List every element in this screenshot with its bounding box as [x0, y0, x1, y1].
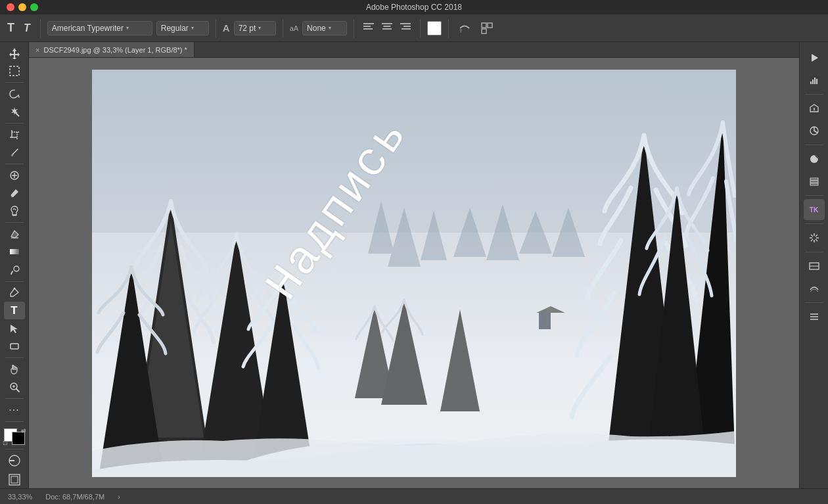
font-family-dropdown[interactable]: American Typewriter ▾ [47, 21, 152, 35]
close-button[interactable] [7, 3, 14, 11]
rpanel-play-btn[interactable] [804, 47, 825, 68]
tool-dodge[interactable] [4, 261, 25, 278]
divider-4 [354, 19, 354, 37]
antialiasing-dropdown[interactable]: None ▾ [302, 21, 347, 35]
align-left-btn[interactable] [361, 20, 377, 35]
tool-pen[interactable] [4, 284, 25, 301]
tool-sep-1 [5, 82, 24, 83]
tool-sep-7 [5, 398, 24, 399]
tool-path-select[interactable] [4, 320, 25, 337]
svg-rect-74 [810, 181, 818, 183]
tool-wand[interactable] [4, 103, 25, 120]
status-arrow[interactable]: › [118, 493, 120, 501]
color-wheel-icon [809, 126, 819, 136]
chevron-icon: ▾ [329, 25, 331, 31]
tool-eyedropper[interactable] [4, 144, 25, 161]
font-size-dropdown[interactable]: 72 pt ▾ [234, 21, 276, 35]
maximize-button[interactable] [30, 3, 38, 11]
rpanel-warp-btn[interactable] [804, 278, 825, 299]
right-panel: TK [799, 42, 828, 488]
tool-hand[interactable] [4, 361, 25, 378]
title-bar: Adobe Photoshop CC 2018 [0, 0, 828, 14]
align-right-btn[interactable] [398, 20, 413, 35]
rpanel-sparkle-btn[interactable] [804, 227, 825, 248]
screen-mode-icon [9, 474, 20, 486]
tool-sep-9 [5, 449, 24, 449]
document-tab[interactable]: × DSCF2949.jpg @ 33,3% (Layer 1, RGB/8*)… [29, 42, 195, 57]
svg-rect-14 [10, 66, 19, 76]
svg-rect-10 [482, 23, 486, 28]
tool-gradient[interactable] [4, 243, 25, 260]
chevron-icon: ▾ [191, 25, 194, 31]
rpanel-info-btn[interactable] [804, 98, 825, 119]
main-layout: T [0, 42, 828, 488]
rpanel-detail-btn[interactable] [804, 256, 825, 277]
tool-eraser[interactable] [4, 225, 25, 242]
svg-point-29 [14, 266, 19, 271]
tool-crop[interactable] [4, 126, 25, 143]
tool-sep-8 [5, 421, 24, 422]
align-left-icon [363, 22, 374, 32]
svg-rect-40 [9, 474, 20, 485]
svg-marker-47 [519, 211, 552, 254]
svg-marker-26 [11, 231, 18, 238]
tool-sep-3 [5, 164, 24, 164]
text-color-swatch[interactable] [427, 21, 442, 35]
aa-label: aA [290, 24, 298, 32]
tool-zoom[interactable] [4, 378, 25, 396]
detail-icon [809, 261, 819, 271]
tool-move[interactable] [4, 45, 25, 62]
tool-brush[interactable] [4, 185, 25, 202]
type-tool-icon-btn[interactable]: T [4, 19, 18, 37]
svg-line-30 [11, 271, 12, 274]
warp-text-btn[interactable]: T [20, 20, 34, 36]
svg-rect-7 [403, 26, 411, 27]
minimize-button[interactable] [18, 3, 26, 11]
rpanel-color-btn[interactable] [804, 120, 825, 141]
rpanel-layers-btn[interactable] [804, 171, 825, 192]
rpanel-adjustments-btn[interactable] [804, 149, 825, 170]
svg-rect-41 [11, 476, 18, 483]
background-color[interactable] [12, 432, 25, 445]
layers-icon [809, 176, 819, 187]
tool-screen-mode[interactable] [4, 471, 25, 488]
panels-icon [481, 22, 493, 34]
default-colors-icon[interactable]: ⊡ [3, 440, 8, 446]
zoom-icon [9, 382, 20, 392]
play-icon [809, 53, 819, 63]
canvas[interactable]: Надпись [92, 70, 736, 477]
stamp-icon [9, 206, 20, 216]
warp-text-btn2[interactable]: T [455, 20, 474, 36]
svg-rect-67 [812, 80, 814, 84]
rpanel-histogram-btn[interactable] [804, 70, 825, 91]
svg-line-80 [811, 235, 813, 237]
lines-icon [809, 311, 819, 322]
svg-marker-45 [453, 208, 486, 257]
align-center-btn[interactable] [379, 20, 395, 35]
svg-rect-2 [363, 28, 373, 30]
tool-heal[interactable] [4, 167, 25, 184]
tool-stamp[interactable] [4, 202, 25, 219]
rpanel-tk-btn[interactable]: TK [804, 199, 825, 220]
svg-marker-64 [536, 306, 565, 313]
font-style-dropdown[interactable]: Regular ▾ [156, 21, 209, 35]
tool-quick-mask[interactable] [4, 452, 25, 469]
app-title: Adobe Photoshop CC 2018 [366, 3, 462, 12]
canvas-area: × DSCF2949.jpg @ 33,3% (Layer 1, RGB/8*)… [29, 42, 799, 488]
svg-text:T: T [459, 29, 463, 34]
tool-extra[interactable]: ··· [4, 401, 25, 419]
panels-icon-btn[interactable] [478, 20, 496, 36]
color-picker-area: ⇄ ⊡ [3, 427, 26, 446]
svg-rect-75 [810, 183, 818, 185]
rpanel-lines-btn[interactable] [804, 306, 825, 327]
rpanel-sep-3 [805, 195, 823, 196]
svg-rect-21 [11, 154, 13, 156]
tool-type[interactable]: T [4, 302, 25, 319]
tool-select[interactable] [4, 62, 25, 80]
svg-rect-73 [810, 178, 818, 180]
tool-shape[interactable] [4, 338, 25, 355]
svg-rect-8 [402, 28, 411, 30]
tool-lasso[interactable] [4, 85, 25, 103]
swap-colors-icon[interactable]: ⇄ [21, 427, 26, 434]
tab-close-x[interactable]: × [35, 46, 39, 54]
